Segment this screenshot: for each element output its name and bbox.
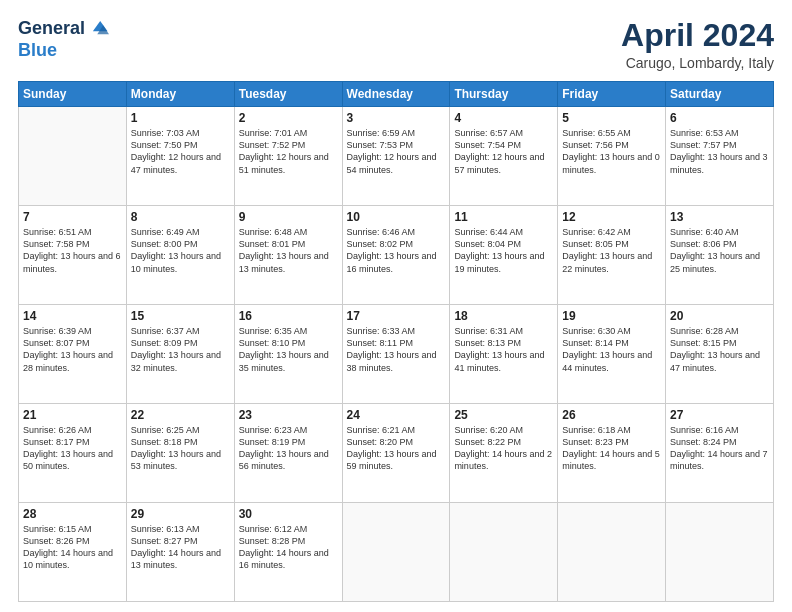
day-number: 14 — [23, 309, 122, 323]
calendar-cell: 29Sunrise: 6:13 AM Sunset: 8:27 PM Dayli… — [126, 503, 234, 602]
day-info: Sunrise: 6:35 AM Sunset: 8:10 PM Dayligh… — [239, 325, 338, 374]
calendar-cell — [558, 503, 666, 602]
day-number: 19 — [562, 309, 661, 323]
calendar-cell: 24Sunrise: 6:21 AM Sunset: 8:20 PM Dayli… — [342, 404, 450, 503]
day-info: Sunrise: 7:03 AM Sunset: 7:50 PM Dayligh… — [131, 127, 230, 176]
calendar-cell: 11Sunrise: 6:44 AM Sunset: 8:04 PM Dayli… — [450, 206, 558, 305]
day-number: 30 — [239, 507, 338, 521]
day-info: Sunrise: 6:46 AM Sunset: 8:02 PM Dayligh… — [347, 226, 446, 275]
calendar-header-row: Sunday Monday Tuesday Wednesday Thursday… — [19, 82, 774, 107]
location-subtitle: Carugo, Lombardy, Italy — [621, 55, 774, 71]
calendar-week-row: 1Sunrise: 7:03 AM Sunset: 7:50 PM Daylig… — [19, 107, 774, 206]
day-info: Sunrise: 6:51 AM Sunset: 7:58 PM Dayligh… — [23, 226, 122, 275]
day-number: 7 — [23, 210, 122, 224]
day-number: 9 — [239, 210, 338, 224]
day-number: 6 — [670, 111, 769, 125]
day-info: Sunrise: 6:48 AM Sunset: 8:01 PM Dayligh… — [239, 226, 338, 275]
calendar-table: Sunday Monday Tuesday Wednesday Thursday… — [18, 81, 774, 602]
calendar-cell: 9Sunrise: 6:48 AM Sunset: 8:01 PM Daylig… — [234, 206, 342, 305]
calendar-cell: 7Sunrise: 6:51 AM Sunset: 7:58 PM Daylig… — [19, 206, 127, 305]
header: General Blue April 2024 Carugo, Lombardy… — [18, 18, 774, 71]
col-tuesday: Tuesday — [234, 82, 342, 107]
month-title: April 2024 — [621, 18, 774, 53]
calendar-cell: 17Sunrise: 6:33 AM Sunset: 8:11 PM Dayli… — [342, 305, 450, 404]
day-info: Sunrise: 6:44 AM Sunset: 8:04 PM Dayligh… — [454, 226, 553, 275]
logo-icon — [87, 18, 109, 40]
calendar-cell: 8Sunrise: 6:49 AM Sunset: 8:00 PM Daylig… — [126, 206, 234, 305]
calendar-week-row: 28Sunrise: 6:15 AM Sunset: 8:26 PM Dayli… — [19, 503, 774, 602]
day-number: 26 — [562, 408, 661, 422]
day-number: 25 — [454, 408, 553, 422]
day-number: 15 — [131, 309, 230, 323]
col-sunday: Sunday — [19, 82, 127, 107]
col-monday: Monday — [126, 82, 234, 107]
day-info: Sunrise: 6:18 AM Sunset: 8:23 PM Dayligh… — [562, 424, 661, 473]
calendar-cell: 25Sunrise: 6:20 AM Sunset: 8:22 PM Dayli… — [450, 404, 558, 503]
day-info: Sunrise: 6:15 AM Sunset: 8:26 PM Dayligh… — [23, 523, 122, 572]
day-info: Sunrise: 6:20 AM Sunset: 8:22 PM Dayligh… — [454, 424, 553, 473]
day-number: 21 — [23, 408, 122, 422]
calendar-cell — [342, 503, 450, 602]
col-friday: Friday — [558, 82, 666, 107]
day-info: Sunrise: 6:40 AM Sunset: 8:06 PM Dayligh… — [670, 226, 769, 275]
day-info: Sunrise: 6:59 AM Sunset: 7:53 PM Dayligh… — [347, 127, 446, 176]
day-info: Sunrise: 6:55 AM Sunset: 7:56 PM Dayligh… — [562, 127, 661, 176]
day-number: 20 — [670, 309, 769, 323]
day-info: Sunrise: 6:53 AM Sunset: 7:57 PM Dayligh… — [670, 127, 769, 176]
calendar-cell: 6Sunrise: 6:53 AM Sunset: 7:57 PM Daylig… — [666, 107, 774, 206]
calendar-week-row: 14Sunrise: 6:39 AM Sunset: 8:07 PM Dayli… — [19, 305, 774, 404]
calendar-cell: 13Sunrise: 6:40 AM Sunset: 8:06 PM Dayli… — [666, 206, 774, 305]
day-number: 28 — [23, 507, 122, 521]
day-info: Sunrise: 6:13 AM Sunset: 8:27 PM Dayligh… — [131, 523, 230, 572]
calendar-cell: 12Sunrise: 6:42 AM Sunset: 8:05 PM Dayli… — [558, 206, 666, 305]
calendar-cell: 2Sunrise: 7:01 AM Sunset: 7:52 PM Daylig… — [234, 107, 342, 206]
day-number: 11 — [454, 210, 553, 224]
col-wednesday: Wednesday — [342, 82, 450, 107]
day-info: Sunrise: 6:30 AM Sunset: 8:14 PM Dayligh… — [562, 325, 661, 374]
day-info: Sunrise: 6:25 AM Sunset: 8:18 PM Dayligh… — [131, 424, 230, 473]
calendar-cell: 20Sunrise: 6:28 AM Sunset: 8:15 PM Dayli… — [666, 305, 774, 404]
day-number: 24 — [347, 408, 446, 422]
day-number: 4 — [454, 111, 553, 125]
calendar-cell: 4Sunrise: 6:57 AM Sunset: 7:54 PM Daylig… — [450, 107, 558, 206]
calendar-cell: 3Sunrise: 6:59 AM Sunset: 7:53 PM Daylig… — [342, 107, 450, 206]
day-info: Sunrise: 6:39 AM Sunset: 8:07 PM Dayligh… — [23, 325, 122, 374]
day-number: 10 — [347, 210, 446, 224]
logo-blue: Blue — [18, 40, 57, 60]
calendar-cell: 28Sunrise: 6:15 AM Sunset: 8:26 PM Dayli… — [19, 503, 127, 602]
calendar-cell — [666, 503, 774, 602]
logo: General Blue — [18, 18, 109, 61]
calendar-cell: 10Sunrise: 6:46 AM Sunset: 8:02 PM Dayli… — [342, 206, 450, 305]
day-info: Sunrise: 6:16 AM Sunset: 8:24 PM Dayligh… — [670, 424, 769, 473]
day-number: 23 — [239, 408, 338, 422]
day-number: 12 — [562, 210, 661, 224]
title-block: April 2024 Carugo, Lombardy, Italy — [621, 18, 774, 71]
day-number: 8 — [131, 210, 230, 224]
day-info: Sunrise: 6:57 AM Sunset: 7:54 PM Dayligh… — [454, 127, 553, 176]
day-info: Sunrise: 6:23 AM Sunset: 8:19 PM Dayligh… — [239, 424, 338, 473]
day-number: 2 — [239, 111, 338, 125]
calendar-cell: 26Sunrise: 6:18 AM Sunset: 8:23 PM Dayli… — [558, 404, 666, 503]
day-number: 16 — [239, 309, 338, 323]
day-number: 5 — [562, 111, 661, 125]
day-info: Sunrise: 6:49 AM Sunset: 8:00 PM Dayligh… — [131, 226, 230, 275]
col-saturday: Saturday — [666, 82, 774, 107]
day-info: Sunrise: 6:21 AM Sunset: 8:20 PM Dayligh… — [347, 424, 446, 473]
day-number: 29 — [131, 507, 230, 521]
day-info: Sunrise: 6:28 AM Sunset: 8:15 PM Dayligh… — [670, 325, 769, 374]
day-info: Sunrise: 6:37 AM Sunset: 8:09 PM Dayligh… — [131, 325, 230, 374]
calendar-week-row: 21Sunrise: 6:26 AM Sunset: 8:17 PM Dayli… — [19, 404, 774, 503]
logo-general: General — [18, 19, 85, 39]
day-info: Sunrise: 6:26 AM Sunset: 8:17 PM Dayligh… — [23, 424, 122, 473]
calendar-cell: 30Sunrise: 6:12 AM Sunset: 8:28 PM Dayli… — [234, 503, 342, 602]
day-number: 1 — [131, 111, 230, 125]
day-number: 18 — [454, 309, 553, 323]
day-info: Sunrise: 7:01 AM Sunset: 7:52 PM Dayligh… — [239, 127, 338, 176]
day-number: 22 — [131, 408, 230, 422]
day-number: 27 — [670, 408, 769, 422]
calendar-cell: 16Sunrise: 6:35 AM Sunset: 8:10 PM Dayli… — [234, 305, 342, 404]
calendar-cell: 23Sunrise: 6:23 AM Sunset: 8:19 PM Dayli… — [234, 404, 342, 503]
calendar-cell: 1Sunrise: 7:03 AM Sunset: 7:50 PM Daylig… — [126, 107, 234, 206]
day-info: Sunrise: 6:42 AM Sunset: 8:05 PM Dayligh… — [562, 226, 661, 275]
day-number: 3 — [347, 111, 446, 125]
